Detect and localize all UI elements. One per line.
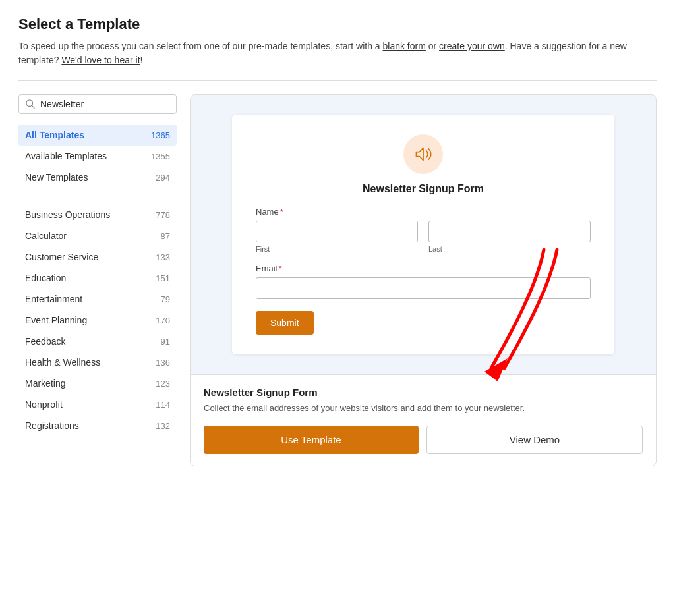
category-count: 79: [161, 294, 170, 304]
category-education[interactable]: Education 151: [18, 267, 177, 289]
first-label: First: [256, 245, 418, 253]
last-label: Last: [428, 245, 591, 253]
category-label: Feedback: [25, 336, 65, 347]
category-event-planning[interactable]: Event Planning 170: [18, 310, 177, 331]
category-count: 132: [156, 421, 170, 431]
category-count: 123: [156, 379, 170, 389]
template-preview: Newsletter Signup Form Name* First: [191, 95, 656, 374]
blank-form-link[interactable]: blank form: [383, 41, 426, 51]
form-preview: Newsletter Signup Form Name* First: [232, 115, 614, 354]
search-icon: [26, 99, 35, 109]
template-info-desc: Collect the email addresses of your webs…: [204, 402, 643, 415]
header-divider: [18, 80, 657, 81]
last-name-field: Last: [428, 221, 591, 253]
category-customer-service[interactable]: Customer Service 133: [18, 246, 177, 267]
category-label: Health & Wellness: [25, 357, 100, 368]
filter-count: 1355: [151, 152, 170, 161]
filter-label: New Templates: [25, 172, 88, 182]
category-label: Event Planning: [25, 315, 87, 325]
filter-list: All Templates 1365 Available Templates 1…: [18, 125, 177, 188]
svg-line-1: [32, 105, 34, 108]
template-info-bar: Newsletter Signup Form Collect the email…: [191, 374, 656, 466]
category-health-wellness[interactable]: Health & Wellness 136: [18, 352, 177, 373]
category-count: 151: [156, 273, 170, 283]
category-label: Nonprofit: [25, 399, 63, 410]
filter-all-templates[interactable]: All Templates 1365: [18, 125, 177, 146]
filter-count: 294: [156, 173, 170, 182]
template-card: Newsletter Signup Form Name* First: [190, 94, 657, 466]
last-name-input[interactable]: [428, 221, 591, 242]
template-actions: Use Template View Demo: [204, 426, 643, 454]
category-label: Entertainment: [25, 294, 82, 304]
page-description: To speed up the process you can select f…: [18, 40, 657, 67]
filter-available-templates[interactable]: Available Templates 1355: [18, 146, 177, 167]
view-demo-button[interactable]: View Demo: [426, 426, 643, 454]
category-count: 114: [156, 400, 170, 410]
name-label: Name*: [256, 207, 591, 217]
category-nonprofit[interactable]: Nonprofit 114: [18, 394, 177, 415]
first-name-input[interactable]: [256, 221, 418, 242]
category-count: 133: [156, 252, 170, 262]
template-info-title: Newsletter Signup Form: [204, 387, 643, 398]
category-calculator[interactable]: Calculator 87: [18, 225, 177, 246]
category-business-operations[interactable]: Business Operations 778: [18, 204, 177, 225]
email-label: Email*: [256, 264, 591, 273]
filter-label: Available Templates: [25, 151, 107, 161]
category-label: Marketing: [25, 378, 65, 389]
category-count: 170: [156, 316, 170, 325]
form-icon-wrapper: [256, 134, 591, 174]
form-icon-circle: [403, 134, 443, 174]
search-box[interactable]: Newsletter: [18, 94, 177, 114]
email-field: Email*: [256, 264, 591, 299]
megaphone-icon: [414, 145, 432, 163]
category-marketing[interactable]: Marketing 123: [18, 373, 177, 394]
category-count: 91: [161, 337, 170, 347]
category-label: Customer Service: [25, 252, 98, 262]
sidebar-divider: [18, 196, 177, 196]
submit-button[interactable]: Submit: [256, 311, 314, 335]
category-label: Education: [25, 273, 66, 283]
first-name-field: First: [256, 221, 418, 253]
category-registrations[interactable]: Registrations 132: [18, 415, 177, 436]
filter-label: All Templates: [25, 130, 84, 140]
category-label: Calculator: [25, 231, 67, 241]
page-title: Select a Template: [18, 16, 657, 33]
content-area: Newsletter Signup Form Name* First: [190, 94, 657, 466]
create-own-link[interactable]: create your own: [439, 41, 505, 51]
category-feedback[interactable]: Feedback 91: [18, 331, 177, 352]
category-count: 136: [156, 358, 170, 368]
category-entertainment[interactable]: Entertainment 79: [18, 289, 177, 310]
sidebar: Newsletter All Templates 1365 Available …: [18, 94, 190, 436]
form-preview-title: Newsletter Signup Form: [256, 183, 591, 195]
category-count: 778: [156, 210, 170, 220]
suggestion-link[interactable]: We'd love to hear it: [61, 55, 140, 65]
name-row: First Last: [256, 221, 591, 253]
email-input[interactable]: [256, 277, 591, 299]
search-input[interactable]: Newsletter: [40, 99, 169, 109]
filter-new-templates[interactable]: New Templates 294: [18, 167, 177, 188]
filter-count: 1365: [151, 130, 170, 140]
category-label: Registrations: [25, 420, 79, 431]
category-label: Business Operations: [25, 210, 110, 220]
category-list: Business Operations 778 Calculator 87 Cu…: [18, 204, 177, 436]
use-template-button[interactable]: Use Template: [204, 426, 419, 454]
category-count: 87: [161, 231, 170, 241]
